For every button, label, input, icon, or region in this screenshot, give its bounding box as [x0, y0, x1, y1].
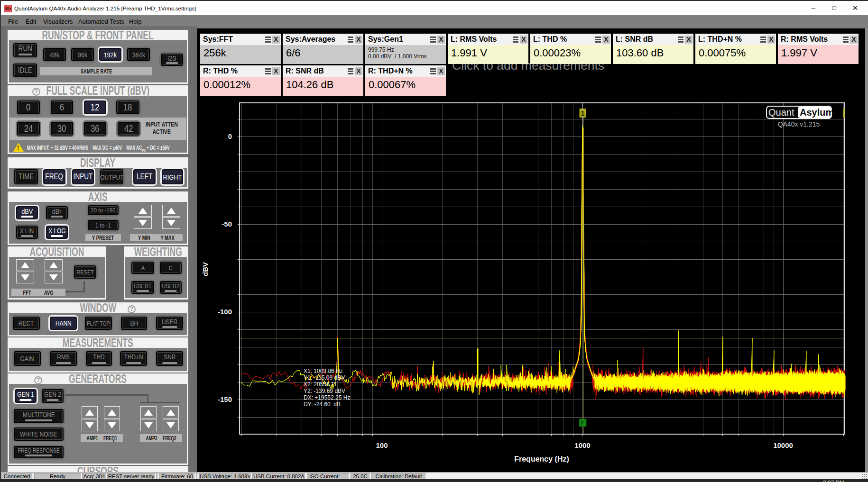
svg-text:100: 100	[376, 441, 388, 449]
svg-text:-50: -50	[222, 220, 232, 228]
svg-text:10000: 10000	[773, 441, 793, 449]
svg-text:Y2: -139.69 dBV: Y2: -139.69 dBV	[304, 388, 345, 394]
svg-text:Frequency (Hz): Frequency (Hz)	[514, 455, 569, 463]
svg-text:QA40x v1.215: QA40x v1.215	[778, 120, 820, 128]
svg-text:0: 0	[228, 132, 232, 140]
svg-text:DX: +19552.25 Hz: DX: +19552.25 Hz	[304, 394, 350, 401]
svg-text:Quant: Quant	[768, 107, 794, 118]
svg-text:Asylum: Asylum	[800, 107, 834, 118]
svg-text:Y1: -115.09 dBV: Y1: -115.09 dBV	[304, 374, 345, 381]
svg-text:1: 1	[581, 109, 585, 117]
svg-text:-150: -150	[218, 395, 232, 403]
svg-text:1000: 1000	[574, 441, 590, 449]
svg-text:X2: 20556.11: X2: 20556.11	[304, 381, 337, 388]
svg-text:-100: -100	[218, 308, 232, 316]
svg-text:F: F	[581, 420, 584, 427]
svg-text:X1: 1003.86 Hz: X1: 1003.86 Hz	[304, 368, 343, 374]
svg-text:dBV: dBV	[201, 262, 209, 276]
svg-text:DY: -24.60 dB: DY: -24.60 dB	[304, 401, 341, 408]
